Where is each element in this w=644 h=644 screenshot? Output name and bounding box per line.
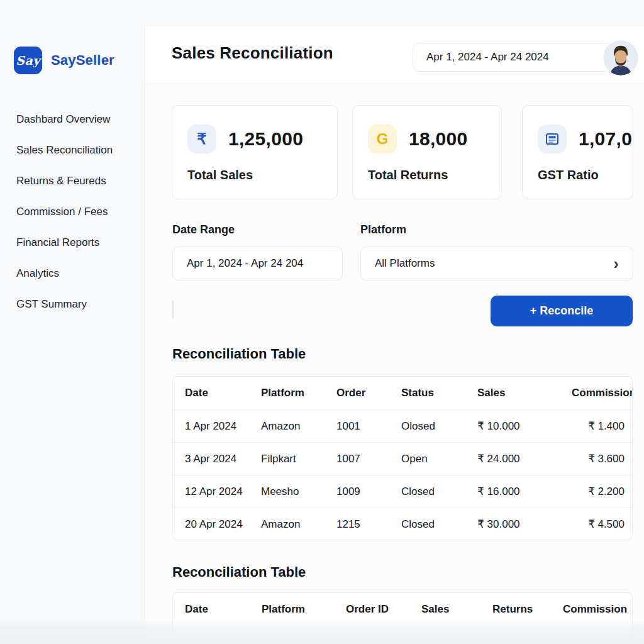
sidebar: Say SaySeller Dashbard Overview Sales Re… [0, 26, 145, 644]
avatar-person-icon [603, 40, 638, 75]
cell-status: Closed [401, 486, 477, 498]
stat-card-total-returns: G 18,000 Total Returns [352, 105, 502, 199]
cell-order: 1215 [336, 518, 401, 531]
cell-order: 1007 [336, 453, 401, 465]
table-row[interactable]: 20 Apr 2024 Amazon 1215 Closed ₹ 30.000 … [173, 508, 632, 540]
cell-status: Olosed [401, 420, 477, 433]
cell-date: 20 Apr 2024 [185, 518, 261, 531]
sidebar-item-returns-refunds[interactable]: Returns & Feureds [16, 165, 113, 196]
cell-platform: Amazon [261, 518, 336, 531]
sidebar-item-commission-fees[interactable]: Commission / Fees [16, 196, 113, 227]
cell-sales: ₹ 24.000 [477, 452, 572, 465]
reconciliation-table-2: Date Platform Order ID Sales Returns Com… [172, 592, 633, 644]
gst-ratio-label: GST Ratio [538, 168, 618, 182]
cell-commission: ₹ 2.200 [572, 485, 625, 498]
sidebar-item-dashboard-overview[interactable]: Dashbard Overview [16, 104, 113, 135]
col-platform: Platform [261, 387, 336, 399]
cell-commission: ₹ 3.600 [572, 452, 625, 465]
date-range-input[interactable]: Apr 1, 2024 - Apr 24 204 [172, 247, 343, 280]
col-status: Status [401, 387, 477, 399]
user-avatar[interactable] [603, 40, 638, 75]
page-title: Sales Reconciliation [172, 43, 333, 63]
chevron-right-icon: › [613, 255, 619, 272]
stray-divider [172, 301, 174, 319]
cell-status: Closed [401, 518, 477, 531]
table-row[interactable]: 12 Apr 2024 Meesho 1009 Closed ₹ 16.000 … [173, 475, 632, 508]
cell-sales: ₹ 16.000 [477, 485, 572, 498]
col-returns: Returns [492, 603, 563, 616]
cell-order: 1001 [336, 420, 401, 433]
table-2-header-row: Date Platform Order ID Sales Returns Com… [173, 593, 632, 626]
total-returns-label: Total Returns [368, 168, 486, 182]
stat-card-gst-ratio: 1,07,00 GST Ratio [522, 105, 633, 199]
cell-date: 12 Apr 2024 [185, 486, 261, 498]
reconciliation-table-2-title: Reconciliation Table [172, 564, 306, 580]
sidebar-item-analytics[interactable]: Analytics [16, 258, 113, 289]
col-order-id: Order ID [346, 603, 421, 616]
top-strip [0, 0, 644, 26]
reconciliation-table: Date Platform Order Status Sales Commiss… [172, 376, 633, 540]
cell-platform: Filpkart [261, 453, 336, 465]
brand-logo-badge-text: Say [16, 53, 40, 67]
table-header-row: Date Platform Order Status Sales Commiss… [173, 377, 632, 409]
col-commission: Commission [572, 387, 633, 399]
reconcile-button[interactable]: + Reconcile [491, 296, 633, 326]
brand-logo: Say SaySeller [14, 47, 114, 74]
cell-order: 1009 [336, 486, 401, 498]
cell-commission: ₹ 1.400 [572, 419, 625, 433]
platform-label: Platform [360, 223, 406, 236]
header-date-range[interactable]: Apr 1, 2024 - Apr 24 2024 [413, 43, 635, 72]
sidebar-item-gst-summary[interactable]: GST Summary [16, 289, 113, 319]
col-date: Date [185, 603, 262, 616]
sidebar-item-sales-reconciliation[interactable]: Sales Reconciliation [16, 135, 113, 165]
brand-logo-icon: Say [14, 47, 42, 74]
brand-name: SaySeller [51, 52, 114, 69]
total-sales-label: Total Sales [187, 168, 322, 182]
cell-platform: Meesho [261, 486, 336, 498]
reconciliation-table-title: Reconciliation Table [172, 346, 306, 362]
platform-select-value: All Platforms [375, 257, 435, 270]
cell-sales: ₹ 10.000 [477, 419, 572, 433]
gst-ratio-value: 1,07,00 [579, 128, 633, 150]
col-platform: Platform [262, 603, 346, 616]
platform-select[interactable]: All Platforms › [360, 247, 633, 280]
col-date: Date [185, 387, 261, 399]
col-sales: Sales [421, 603, 492, 616]
google-g-icon: G [368, 125, 397, 153]
main-header: Sales Reconciliation Apr 1, 2024 - Apr 2… [145, 26, 644, 84]
sidebar-item-financial-reports[interactable]: Financial Reports [16, 227, 113, 258]
cell-date: 3 Apr 2024 [185, 453, 261, 465]
date-range-label: Date Range [172, 223, 235, 236]
cell-status: Open [401, 453, 477, 465]
table-row[interactable]: 3 Apr 2024 Filpkart 1007 Open ₹ 24.000 ₹… [173, 442, 632, 475]
total-sales-value: 1,25,000 [228, 128, 303, 150]
gst-document-icon [538, 125, 567, 153]
cell-date: 1 Apr 2024 [185, 420, 261, 433]
cell-commission: ₹ 4.500 [572, 518, 625, 531]
stat-card-total-sales: ₹ 1,25,000 Total Sales [172, 105, 338, 199]
main-content: Sales Reconciliation Apr 1, 2024 - Apr 2… [145, 26, 644, 644]
col-order: Order [336, 387, 401, 399]
total-returns-value: 18,000 [409, 128, 468, 150]
col-sales: Sales [477, 387, 572, 399]
cell-platform: Amazon [261, 420, 336, 433]
rupee-icon: ₹ [187, 125, 216, 153]
col-commission: Commission [563, 603, 627, 616]
sidebar-nav: Dashbard Overview Sales Reconciliation R… [16, 104, 113, 319]
cell-sales: ₹ 30.000 [477, 518, 572, 531]
table-row[interactable]: 1 Apr 2024 Amazon 1001 Olosed ₹ 10.000 ₹… [173, 409, 632, 442]
